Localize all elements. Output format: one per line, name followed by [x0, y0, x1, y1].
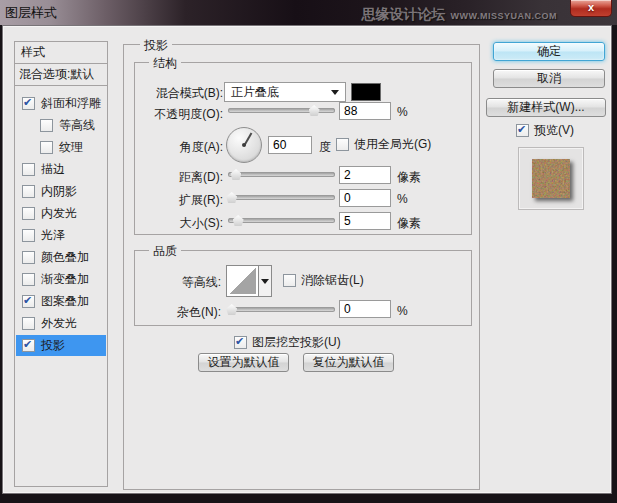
noise-label: 杂色(N):	[119, 304, 221, 321]
sidebar-item-10[interactable]: 外发光	[16, 313, 106, 334]
sidebar-item-5[interactable]: 内发光	[16, 203, 106, 224]
checkbox-icon[interactable]	[22, 185, 35, 198]
contour-dropdown-arrow[interactable]	[259, 265, 272, 297]
sidebar-item-1[interactable]: 等高线	[16, 115, 106, 136]
angle-center-dot	[242, 143, 246, 147]
sidebar-item-label: 纹理	[59, 139, 83, 156]
cancel-button[interactable]: 取消	[493, 69, 605, 88]
antialias-checkbox[interactable]: 消除锯齿(L)	[283, 272, 364, 289]
preview-checkbox[interactable]: 预览(V)	[516, 122, 574, 139]
styles-header: 样式	[14, 41, 108, 64]
slider-thumb[interactable]	[233, 215, 244, 226]
sidebar-item-3[interactable]: 描边	[16, 159, 106, 180]
spread-input[interactable]	[339, 189, 391, 207]
checkbox-icon[interactable]	[22, 317, 35, 330]
sidebar-item-label: 内阴影	[41, 183, 77, 200]
slider-thumb[interactable]	[226, 192, 237, 203]
spread-unit: %	[397, 192, 408, 206]
checkbox-icon[interactable]	[22, 229, 35, 242]
sidebar-item-label: 光泽	[41, 227, 65, 244]
checkbox-icon[interactable]	[22, 163, 35, 176]
blend-mode-select[interactable]: 正片叠底	[224, 82, 346, 102]
spread-slider[interactable]	[228, 192, 335, 204]
use-global-light-label: 使用全局光(G)	[354, 136, 431, 153]
slider-thumb[interactable]	[230, 169, 241, 180]
new-style-button[interactable]: 新建样式(W)...	[486, 98, 606, 117]
slider-track	[228, 195, 335, 200]
sidebar-item-7[interactable]: 颜色叠加	[16, 247, 106, 268]
opacity-input[interactable]	[339, 102, 391, 120]
slider-thumb[interactable]	[226, 304, 237, 315]
sidebar-item-label: 等高线	[59, 117, 95, 134]
opacity-label: 不透明度(O):	[121, 106, 223, 123]
opacity-slider[interactable]	[228, 105, 335, 117]
contour-label: 等高线:	[119, 274, 221, 291]
sidebar-item-0[interactable]: 斜面和浮雕	[16, 93, 106, 114]
sidebar-item-2[interactable]: 纹理	[16, 137, 106, 158]
title-bar: 图层样式 思缘设计论坛 WWW.MISSYUAN.COM x	[0, 0, 617, 25]
antialias-label: 消除锯齿(L)	[301, 272, 364, 289]
watermark-site-name: 思缘设计论坛	[362, 6, 446, 24]
size-input[interactable]	[339, 212, 391, 230]
sidebar-item-6[interactable]: 光泽	[16, 225, 106, 246]
checkbox-icon[interactable]	[22, 295, 35, 308]
sidebar-item-label: 斜面和浮雕	[41, 95, 101, 112]
close-icon[interactable]: x	[570, 0, 612, 17]
ok-button[interactable]: 确定	[493, 42, 605, 61]
distance-slider[interactable]	[228, 169, 335, 181]
shadow-color-swatch[interactable]	[351, 83, 381, 101]
sidebar-item-label: 内发光	[41, 205, 77, 222]
noise-slider[interactable]	[228, 304, 335, 316]
sidebar-item-label: 颜色叠加	[41, 249, 89, 266]
structure-group-title: 结构	[149, 55, 181, 72]
checkbox-icon[interactable]	[22, 251, 35, 264]
checkbox-icon[interactable]	[22, 273, 35, 286]
window-title: 图层样式	[5, 4, 57, 22]
angle-dial[interactable]	[226, 127, 262, 163]
checkbox-icon[interactable]	[283, 274, 296, 287]
slider-track	[228, 172, 335, 177]
watermark-url: WWW.MISSYUAN.COM	[451, 11, 558, 21]
effects-list: 斜面和浮雕等高线纹理描边内阴影内发光光泽颜色叠加渐变叠加图案叠加外发光投影	[14, 85, 108, 487]
angle-input[interactable]	[268, 136, 312, 154]
spread-label: 扩展(R):	[121, 192, 223, 209]
slider-thumb[interactable]	[309, 105, 320, 116]
angle-unit: 度	[319, 139, 331, 156]
size-slider[interactable]	[228, 215, 335, 227]
opacity-unit: %	[397, 105, 408, 119]
checkbox-icon[interactable]	[40, 141, 53, 154]
texture-image	[532, 159, 570, 198]
sidebar-item-11[interactable]: 投影	[16, 335, 106, 356]
checkbox-icon[interactable]	[234, 336, 247, 349]
sidebar-item-blending-options[interactable]: 混合选项:默认	[14, 63, 108, 86]
contour-thumbnail[interactable]	[226, 265, 259, 297]
noise-input[interactable]	[339, 300, 391, 318]
preview-label: 预览(V)	[534, 122, 574, 139]
distance-unit: 像素	[397, 169, 421, 186]
checkbox-icon[interactable]	[40, 119, 53, 132]
checkbox-icon[interactable]	[22, 339, 35, 352]
checkbox-icon[interactable]	[336, 138, 349, 151]
sidebar-item-label: 投影	[41, 337, 65, 354]
blend-mode-value: 正片叠底	[231, 85, 279, 99]
sidebar-item-label: 渐变叠加	[41, 271, 89, 288]
checkbox-icon[interactable]	[22, 97, 35, 110]
angle-label: 角度(A):	[121, 139, 223, 156]
reset-default-button[interactable]: 复位为默认值	[303, 353, 394, 372]
distance-input[interactable]	[339, 166, 391, 184]
checkbox-icon[interactable]	[516, 124, 529, 137]
use-global-light-checkbox[interactable]: 使用全局光(G)	[336, 136, 431, 153]
make-default-button[interactable]: 设置为默认值	[198, 353, 289, 372]
sidebar-item-4[interactable]: 内阴影	[16, 181, 106, 202]
slider-track	[228, 218, 335, 223]
checkbox-icon[interactable]	[22, 207, 35, 220]
distance-label: 距离(D):	[121, 169, 223, 186]
sidebar-item-8[interactable]: 渐变叠加	[16, 269, 106, 290]
chevron-down-icon	[331, 90, 339, 95]
blend-mode-label: 混合模式(B):	[121, 85, 223, 102]
layer-knockout-checkbox[interactable]: 图层挖空投影(U)	[234, 334, 341, 351]
style-preview-box	[518, 147, 584, 210]
size-label: 大小(S):	[121, 215, 223, 232]
style-preview-texture	[532, 159, 570, 198]
sidebar-item-9[interactable]: 图案叠加	[16, 291, 106, 312]
